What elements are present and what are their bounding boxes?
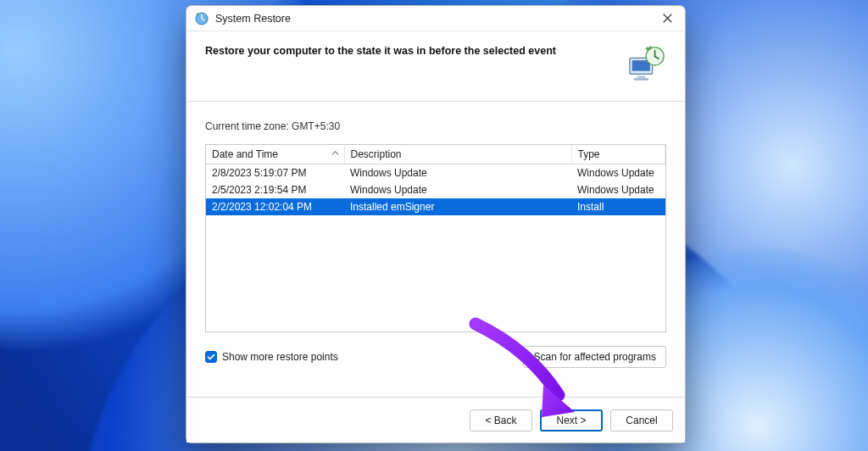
restore-points-table[interactable]: Date and Time Description Type 2/8/2023 … <box>205 144 666 332</box>
cell-datetime: 2/5/2023 2:19:54 PM <box>206 181 344 198</box>
next-button[interactable]: Next > <box>540 409 603 432</box>
table-row[interactable]: 2/5/2023 2:19:54 PMWindows UpdateWindows… <box>206 181 665 198</box>
desktop-wallpaper: System Restore Restore your computer to … <box>0 0 868 451</box>
wizard-footer: < Back Next > Cancel <box>186 397 685 443</box>
sort-indicator-icon <box>331 149 339 159</box>
column-header-datetime[interactable]: Date and Time <box>206 145 344 164</box>
cell-datetime: 2/2/2023 12:02:04 PM <box>206 198 344 215</box>
system-restore-window: System Restore Restore your computer to … <box>186 5 686 443</box>
svg-rect-3 <box>637 75 645 78</box>
cancel-button[interactable]: Cancel <box>610 409 673 432</box>
close-button[interactable] <box>654 9 680 28</box>
wizard-body: Current time zone: GMT+5:30 Date and Tim… <box>186 102 685 397</box>
show-more-label: Show more restore points <box>222 351 338 363</box>
cell-type: Install <box>571 198 665 215</box>
svg-rect-4 <box>634 78 648 80</box>
table-row[interactable]: 2/2/2023 12:02:04 PMInstalled emSignerIn… <box>206 198 665 215</box>
table-row[interactable]: 2/8/2023 5:19:07 PMWindows UpdateWindows… <box>206 164 665 182</box>
restore-computer-icon <box>627 45 666 82</box>
cell-description: Windows Update <box>344 181 571 198</box>
cell-description: Installed emSigner <box>344 198 571 215</box>
wizard-header: Restore your computer to the state it wa… <box>186 31 685 101</box>
cell-type: Windows Update <box>571 181 665 198</box>
show-more-restore-points-checkbox[interactable]: Show more restore points <box>205 351 338 363</box>
cell-description: Windows Update <box>344 164 571 182</box>
wizard-heading: Restore your computer to the state it wa… <box>205 45 615 57</box>
cell-datetime: 2/8/2023 5:19:07 PM <box>206 164 344 182</box>
back-button[interactable]: < Back <box>470 409 532 432</box>
titlebar: System Restore <box>186 6 685 31</box>
scan-affected-programs-button[interactable]: Scan for affected programs <box>523 346 666 368</box>
system-restore-icon <box>195 12 209 25</box>
column-header-description[interactable]: Description <box>344 145 571 164</box>
window-title: System Restore <box>215 13 654 25</box>
timezone-label: Current time zone: GMT+5:30 <box>205 120 666 132</box>
checkbox-checked-icon <box>205 351 217 363</box>
cell-type: Windows Update <box>571 164 665 182</box>
column-header-type[interactable]: Type <box>571 145 665 164</box>
